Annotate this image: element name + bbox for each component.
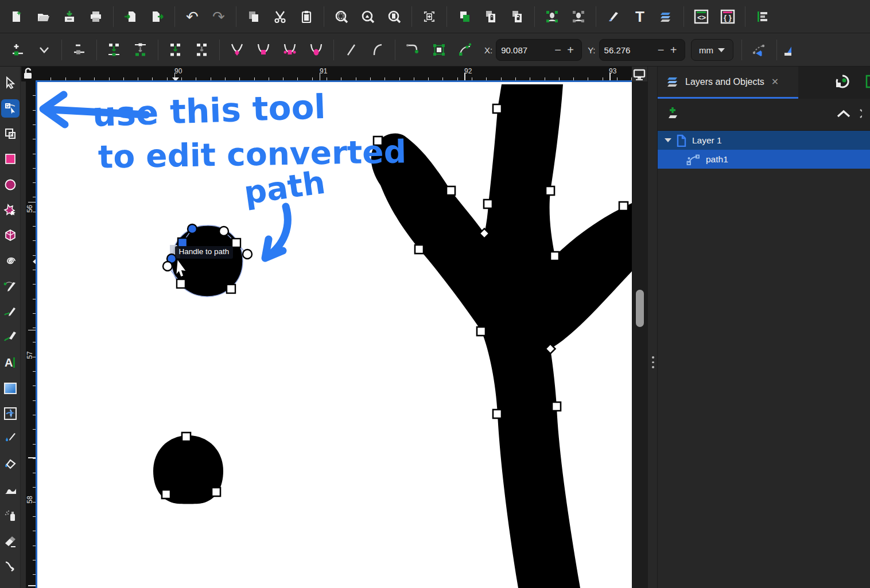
object-to-path-icon[interactable] bbox=[426, 37, 452, 63]
y-decrement-button[interactable]: − bbox=[655, 44, 667, 57]
save-document-icon[interactable] bbox=[56, 4, 83, 29]
object-row-path1[interactable]: path1 bbox=[658, 150, 870, 169]
export-icon[interactable] bbox=[144, 4, 170, 29]
tool-paint-bucket[interactable] bbox=[1, 455, 20, 474]
insert-node-icon[interactable] bbox=[5, 37, 31, 63]
x-field[interactable]: 90.087 − + bbox=[496, 39, 582, 61]
tool-tweak[interactable] bbox=[1, 481, 20, 499]
tool-box-3d[interactable] bbox=[1, 226, 20, 244]
vertical-guide[interactable] bbox=[36, 80, 37, 588]
unlink-clone-icon[interactable] bbox=[504, 4, 530, 29]
tool-eraser[interactable] bbox=[1, 532, 20, 550]
print-icon[interactable] bbox=[83, 4, 109, 29]
selected-handle bbox=[188, 224, 197, 233]
tool-calligraphy[interactable] bbox=[1, 328, 20, 346]
delete-node-icon[interactable] bbox=[66, 37, 92, 63]
tab-layers-and-objects[interactable]: Layers and Objects ✕ bbox=[658, 67, 798, 99]
layer-row[interactable]: Layer 1 bbox=[658, 131, 870, 150]
panel-tab-bar: Layers and Objects ✕ bbox=[658, 67, 870, 99]
x-decrement-button[interactable]: − bbox=[551, 44, 564, 57]
expand-triangle-icon[interactable] bbox=[665, 138, 671, 142]
tool-pencil[interactable] bbox=[1, 303, 20, 321]
zoom-page-icon[interactable] bbox=[381, 4, 407, 29]
join-nodes-icon[interactable] bbox=[101, 37, 127, 63]
next-path-effect-icon[interactable] bbox=[746, 37, 772, 63]
stroke-to-path-icon[interactable] bbox=[452, 37, 479, 63]
undo-icon[interactable]: ↶ bbox=[179, 4, 205, 29]
y-field[interactable]: 56.276 − + bbox=[599, 39, 685, 61]
zoom-drawing-icon[interactable] bbox=[355, 4, 381, 29]
tool-star[interactable] bbox=[1, 201, 20, 219]
vertical-scrollbar-thumb[interactable] bbox=[636, 290, 644, 327]
xml-editor-icon[interactable]: <> bbox=[688, 4, 714, 29]
add-corners-lpe-icon[interactable] bbox=[399, 37, 426, 63]
ungroup-icon[interactable] bbox=[565, 4, 592, 29]
copy-icon[interactable] bbox=[240, 4, 267, 29]
segment-line-icon[interactable] bbox=[338, 37, 364, 63]
duplicate-icon[interactable] bbox=[451, 4, 477, 29]
text-dialog-icon[interactable]: T bbox=[627, 4, 653, 29]
insert-node-menu-icon[interactable] bbox=[31, 37, 57, 63]
x-value[interactable]: 90.087 bbox=[501, 45, 551, 55]
tool-dropper[interactable] bbox=[1, 430, 20, 448]
tooltip: Handle to path bbox=[175, 246, 234, 259]
tab-undo-history[interactable] bbox=[819, 73, 865, 92]
join-with-segment-icon[interactable] bbox=[162, 37, 189, 63]
import-icon[interactable] bbox=[118, 4, 144, 29]
guide-lock-corner[interactable] bbox=[21, 67, 37, 81]
tool-text[interactable]: A bbox=[1, 353, 20, 372]
node-tool-options-bar: X: 90.087 − + Y: 56.276 − + mm bbox=[0, 34, 870, 67]
open-document-icon[interactable] bbox=[30, 4, 56, 29]
layers-dialog-icon[interactable] bbox=[653, 4, 679, 29]
new-document-icon[interactable] bbox=[3, 4, 30, 29]
panel-options-partial-icon[interactable] bbox=[859, 108, 862, 122]
swatches-dialog-icon[interactable]: { } bbox=[714, 4, 741, 29]
x-label: X: bbox=[484, 45, 492, 55]
display-mode-icon[interactable] bbox=[632, 68, 647, 81]
tool-ellipse[interactable] bbox=[1, 176, 20, 194]
node-corner-icon[interactable] bbox=[224, 37, 250, 63]
node-symmetric-icon[interactable] bbox=[277, 37, 303, 63]
close-tab-icon[interactable]: ✕ bbox=[771, 76, 779, 87]
tool-pen[interactable] bbox=[1, 277, 20, 295]
zoom-selection-icon[interactable] bbox=[328, 4, 355, 29]
tool-mesh-gradient[interactable] bbox=[1, 404, 20, 423]
tool-rectangle[interactable] bbox=[1, 150, 20, 168]
tab-xml-editor-partial[interactable] bbox=[865, 74, 870, 91]
node-auto-smooth-icon[interactable] bbox=[303, 37, 329, 63]
create-clone-icon[interactable] bbox=[477, 4, 504, 29]
add-layer-button[interactable] bbox=[666, 106, 682, 124]
horizontal-guide[interactable] bbox=[36, 80, 632, 82]
fill-stroke-icon[interactable] bbox=[600, 4, 627, 29]
group-icon[interactable] bbox=[539, 4, 565, 29]
tool-node-editor[interactable] bbox=[1, 99, 20, 118]
tool-connector[interactable] bbox=[1, 557, 20, 575]
paste-icon[interactable] bbox=[293, 4, 320, 29]
node-smooth-icon[interactable] bbox=[250, 37, 277, 63]
collapse-all-button[interactable] bbox=[836, 108, 851, 122]
tool-shape-builder[interactable] bbox=[1, 124, 20, 143]
zoom-center-page-icon[interactable] bbox=[416, 4, 442, 29]
x-increment-button[interactable]: + bbox=[564, 44, 577, 57]
drawing-svg bbox=[37, 82, 632, 588]
main-toolbar: ↶ ↷ T <> { } bbox=[0, 0, 870, 33]
tool-spray[interactable] bbox=[1, 507, 20, 525]
vertical-scrollbar[interactable] bbox=[632, 81, 647, 588]
align-distribute-icon[interactable] bbox=[749, 4, 776, 29]
y-value[interactable]: 56.276 bbox=[604, 45, 655, 55]
show-transform-handles-icon[interactable] bbox=[781, 37, 791, 63]
unit-dropdown[interactable]: mm bbox=[691, 39, 733, 61]
horizontal-ruler[interactable]: 90 91 92 93 bbox=[37, 67, 632, 81]
segment-curve-icon[interactable] bbox=[364, 37, 391, 63]
panel-resize-handle[interactable] bbox=[647, 67, 658, 588]
layer-name: Layer 1 bbox=[692, 135, 722, 146]
break-nodes-icon[interactable] bbox=[127, 37, 154, 63]
y-increment-button[interactable]: + bbox=[667, 44, 680, 57]
delete-segment-icon[interactable] bbox=[189, 37, 215, 63]
tool-selector[interactable] bbox=[1, 73, 20, 92]
redo-icon[interactable]: ↷ bbox=[205, 4, 232, 29]
tool-gradient[interactable] bbox=[1, 379, 20, 398]
tool-spiral[interactable] bbox=[1, 252, 20, 270]
canvas[interactable]: use this tool to edit converted path Han… bbox=[37, 82, 632, 588]
cut-icon[interactable] bbox=[267, 4, 293, 29]
